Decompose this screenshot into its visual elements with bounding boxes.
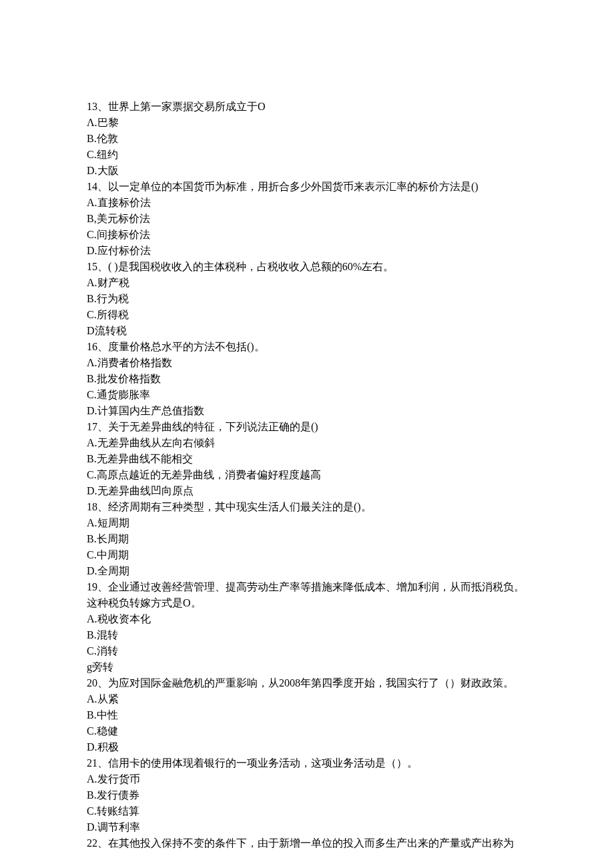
- option-17-c: C.高原点越近的无差异曲线，消费者偏好程度越高: [87, 467, 527, 483]
- option-18-a: A.短周期: [87, 515, 527, 531]
- option-15-c: C.所得税: [87, 307, 527, 323]
- option-18-d: D.全周期: [87, 563, 527, 579]
- option-14-d: D.应付标价法: [87, 243, 527, 259]
- option-21-b: B.发行债券: [87, 787, 527, 803]
- option-18-b: B.长周期: [87, 531, 527, 547]
- option-13-a: Λ.巴黎: [87, 115, 527, 131]
- option-17-d: D.无差异曲线凹向原点: [87, 483, 527, 499]
- option-14-c: C.间接标价法: [87, 227, 527, 243]
- option-16-a: Λ.消费者价格指数: [87, 355, 527, 371]
- option-13-c: C.纽约: [87, 147, 527, 163]
- question-15: 15、( )是我国税收收入的主体税种，占税收收入总额的60%左右。: [87, 259, 527, 275]
- question-14: 14、以一定单位的本国货币为标准，用折合多少外国货币来表示汇率的标价方法是(): [87, 179, 527, 195]
- option-13-b: B.伦敦: [87, 131, 527, 147]
- option-20-c: C.稳健: [87, 723, 527, 739]
- option-19-c: C.消转: [87, 643, 527, 659]
- option-21-a: A.发行货币: [87, 771, 527, 787]
- question-17: 17、关于无差异曲线的特征，下列说法正确的是(): [87, 419, 527, 435]
- option-17-b: B.无差异曲线不能相交: [87, 451, 527, 467]
- option-15-b: B.行为税: [87, 291, 527, 307]
- option-13-d: D.大阪: [87, 163, 527, 179]
- option-19-a: A.税收资本化: [87, 611, 527, 627]
- option-15-a: A.财产税: [87, 275, 527, 291]
- question-19: 19、企业通过改善经营管理、提高劳动生产率等措施来降低成本、增加利润，从而抵消税…: [87, 579, 527, 611]
- option-19-d: g旁转: [87, 659, 527, 675]
- option-19-b: B.混转: [87, 627, 527, 643]
- question-13: 13、世界上第一家票据交易所成立于O: [87, 99, 527, 115]
- question-22: 22、在其他投入保持不变的条件下，由于新增一单位的投入而多生产出来的产量或产出称…: [87, 835, 527, 851]
- option-14-a: A.直接标价法: [87, 195, 527, 211]
- option-16-c: C.通货膨胀率: [87, 387, 527, 403]
- option-21-c: C.转账结算: [87, 803, 527, 819]
- option-20-a: A.从紧: [87, 691, 527, 707]
- option-20-d: D.积极: [87, 739, 527, 755]
- option-21-d: D.调节利率: [87, 819, 527, 835]
- option-14-b: B,美元标价法: [87, 211, 527, 227]
- option-15-d: D流转税: [87, 323, 527, 339]
- question-18: 18、经济周期有三种类型，其中现实生活人们最关注的是()。: [87, 499, 527, 515]
- option-17-a: A.无差异曲线从左向右倾斜: [87, 435, 527, 451]
- question-20: 20、为应对国际金融危机的严重影响，从2008年第四季度开始，我国实行了（）财政…: [87, 675, 527, 691]
- question-16: 16、度量价格总水平的方法不包括()。: [87, 339, 527, 355]
- option-16-b: B.批发价格指数: [87, 371, 527, 387]
- option-18-c: C.中周期: [87, 547, 527, 563]
- option-16-d: D.计算国内生产总值指数: [87, 403, 527, 419]
- option-20-b: B.中性: [87, 707, 527, 723]
- question-21: 21、信用卡的使用体现着银行的一项业务活动，这项业务活动是（）。: [87, 755, 527, 771]
